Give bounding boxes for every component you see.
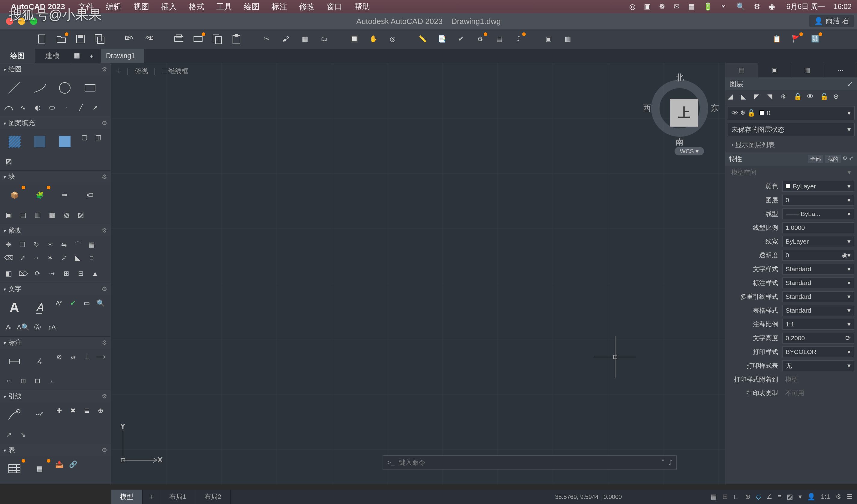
spell-check-tool[interactable]: ✔︎ [67,297,79,309]
wipeout-tool[interactable]: ◫ [92,131,104,144]
quick-select-icon[interactable]: ⤢ [849,155,853,163]
layer-state-selector[interactable]: 未保存的图层状态▾ [728,123,855,136]
wcs-badge[interactable]: WCS ▾ [675,147,704,155]
tray-siri-icon[interactable]: ◉ [769,2,775,11]
layer-selector[interactable]: 👁︎ ❄︎ 🔓 0▾ [728,106,855,120]
prop-plottable-value[interactable]: 无▾ [782,360,854,371]
trim-tool[interactable]: ✂︎ [44,239,56,251]
dim-continue-tool[interactable]: ⟶ [94,351,107,363]
paste-button[interactable] [231,33,242,45]
batch-plot-button[interactable] [192,33,204,45]
layer-btn-3[interactable]: ◤ [754,93,763,102]
section-modify-header[interactable]: ▾修改⚙︎ [0,224,111,236]
dim-diameter-tool[interactable]: ⌀ [67,351,79,363]
text-sub-1[interactable]: Aᵢ [2,321,15,333]
attribute-tool[interactable]: 🏷︎ [78,185,102,205]
polar-icon[interactable]: ⊕ [745,493,751,501]
viewcube-east[interactable]: 东 [710,103,719,114]
gear-icon[interactable]: ⚙︎ [102,285,107,292]
save-button[interactable] [74,33,86,45]
mtext-tool[interactable]: A [2,297,27,318]
prop-tablestyle-value[interactable]: Standard▾ [782,305,854,316]
xref-button[interactable]: 🗂︎ [318,33,330,45]
matchprop-button[interactable]: 🖌︎ [280,33,292,45]
menu-modify[interactable]: 修改 [299,1,315,12]
section-block-header[interactable]: ▾块⚙︎ [0,171,111,183]
otrack-icon[interactable]: ∠ [767,493,772,501]
more-panel-tab[interactable]: ⋯ [824,63,857,78]
arc-tool[interactable] [2,102,15,114]
move-tool[interactable]: ✥ [2,239,15,251]
viewcube-west[interactable]: 西 [643,103,651,114]
measure-button[interactable]: 📏 [417,33,428,45]
rotate-tool[interactable]: ↻ [30,239,43,251]
menu-window[interactable]: 窗口 [327,1,342,12]
table-sub-1[interactable]: ⊞ [2,482,15,484]
block-sub-3[interactable]: ▥ [31,209,44,221]
edit-block-tool[interactable]: ✏︎ [53,185,77,205]
tab-modeling[interactable]: 建模 [35,49,70,63]
fillet-tool[interactable]: ⌒ [71,239,84,251]
menu-draw[interactable]: 绘图 [244,1,259,12]
menu-dimension[interactable]: 标注 [272,1,287,12]
undo-button[interactable] [124,33,136,45]
command-history-button[interactable]: ˄ [661,459,665,467]
table-sub-2[interactable]: ⊟ [17,482,29,484]
stretch-tool[interactable]: ↔︎ [30,252,43,264]
circle-tool[interactable] [53,78,77,98]
point-tool[interactable]: · [60,102,73,114]
drawing-canvas[interactable]: +｜ 俯视｜ 二维线框 上 北 南 东 西 WCS ▾ Y X [111,63,725,484]
tray-app1-icon[interactable]: ◎ [629,2,636,11]
find-tool[interactable]: 🔍 [94,297,107,309]
saveas-button[interactable] [94,33,106,45]
dim-radius-tool[interactable]: ⊘ [53,351,65,363]
leader-add-tool[interactable]: ✚ [53,405,65,417]
tray-battery-icon[interactable]: 🔋 [703,2,712,11]
ortho-icon[interactable]: ∟ [733,493,740,501]
stack-button[interactable]: ▤ [493,33,505,45]
link-data-tool[interactable]: 🔗 [67,458,79,470]
filter-my-button[interactable]: 我的 [825,155,841,163]
section-table-header[interactable]: ▾表⚙︎ [0,444,111,456]
block-sub-4[interactable]: ▦ [46,209,58,221]
leader-collect-tool[interactable]: ⊕ [94,405,107,417]
menubar-date[interactable]: 6月6日 周一 [787,2,825,12]
viewcube-north[interactable]: 北 [675,72,684,83]
gear-icon[interactable]: ⚙︎ [102,173,107,180]
snap-grid-icon[interactable]: ▦ [710,493,717,501]
table-tool[interactable] [2,458,27,479]
text-sub-3[interactable]: Ⓐ [31,321,44,333]
gear-icon[interactable]: ⚙︎ [102,119,107,127]
layer-btn-6[interactable]: 🔒 [794,93,803,102]
insert-block-tool[interactable]: 📦 [2,185,27,205]
menubar-time[interactable]: 16:02 [834,2,852,11]
blocks-panel-tab[interactable]: ▣ [758,63,791,78]
hatch-tool[interactable] [2,131,27,152]
hatch-edit-tool[interactable]: ▨ [2,155,15,167]
grid-view-icon[interactable]: ▦ [74,52,82,60]
tray-app2-icon[interactable]: ▣ [644,2,651,11]
tray-wifi-icon[interactable]: ᯤ [721,2,728,11]
modify-sub-4[interactable]: ⇢ [46,268,58,280]
dim-linear-tool[interactable] [2,351,27,371]
zoom-button[interactable]: 🔲 [348,33,360,45]
viewport-view-label[interactable]: 俯视 [135,67,148,75]
erase-tool[interactable]: ⌫ [2,252,15,264]
tray-wechat-icon[interactable]: ✉︎ [674,2,680,11]
prop-linetype-value[interactable]: ─── ByLa...▾ [782,208,854,219]
prop-dimstyle-value[interactable]: Standard▾ [782,278,854,288]
section-draw-header[interactable]: ▾绘图⚙︎ [0,63,111,75]
modify-sub-5[interactable]: ⊞ [60,268,73,280]
dim-sub-2[interactable]: ⊞ [17,375,29,387]
leader-remove-tool[interactable]: ✖︎ [67,405,79,417]
anno-scale-icon[interactable]: ▾ [799,493,802,501]
command-line[interactable]: >_ ˄ ⤴︎ [383,455,677,470]
plot-button[interactable] [173,33,185,45]
copy-button[interactable] [211,33,223,45]
layer-btn-7[interactable]: 👁︎ [807,93,816,102]
filter-all-button[interactable]: 全部 [808,155,823,163]
prop-transparency-value[interactable]: 0◉▾ [782,250,854,261]
customize-status-icon[interactable]: ☰ [847,493,853,501]
tab-drawing[interactable]: 绘图 [0,49,35,63]
gear-icon[interactable]: ⚙︎ [102,447,107,454]
